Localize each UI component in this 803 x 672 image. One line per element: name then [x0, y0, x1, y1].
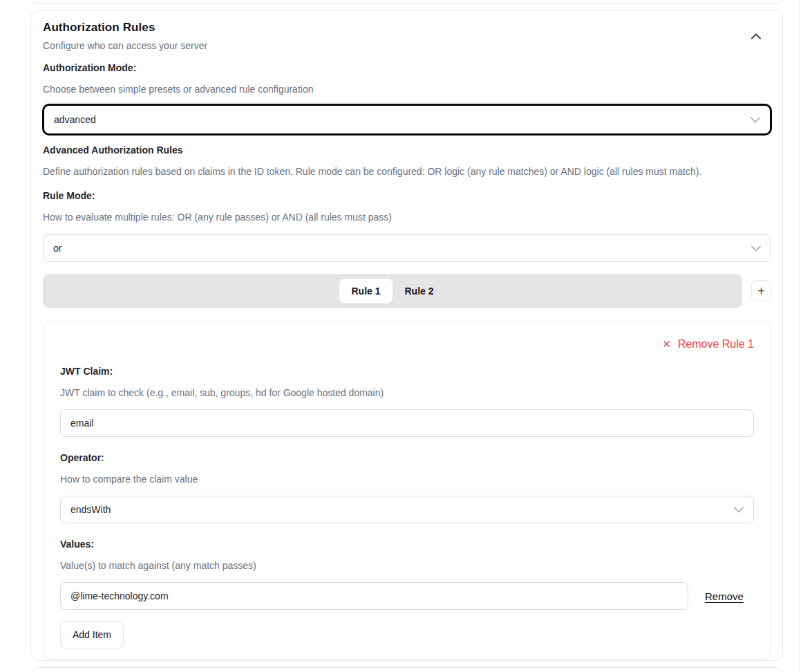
remove-rule-row: ✕ Remove Rule 1: [60, 338, 754, 351]
rule-tab-bar: Rule 1 Rule 2: [43, 274, 742, 308]
authorization-mode-select[interactable]: advanced: [43, 104, 771, 135]
rule-tabs-row: Rule 1 Rule 2 +: [43, 274, 771, 308]
page-title: Authorization Rules: [43, 21, 207, 35]
rule-mode-value: or: [53, 243, 62, 254]
card-header-text: Authorization Rules Configure who can ac…: [43, 21, 207, 51]
rule-mode-select[interactable]: or: [43, 234, 771, 262]
operator-description: How to compare the claim value: [60, 473, 754, 485]
advanced-rules-description: Define authorization rules based on clai…: [43, 165, 771, 178]
remove-value-link[interactable]: Remove: [705, 590, 744, 602]
x-icon: ✕: [662, 338, 671, 351]
authorization-mode-value: advanced: [54, 114, 96, 125]
chevron-up-icon: [751, 31, 761, 41]
jwt-claim-input[interactable]: email: [60, 409, 754, 437]
collapse-section-button[interactable]: [746, 26, 766, 46]
chevron-down-icon: [751, 243, 761, 254]
rule-1-panel: ✕ Remove Rule 1 JWT Claim: JWT claim to …: [43, 321, 771, 660]
tab-rule-2[interactable]: Rule 2: [393, 279, 446, 304]
advanced-rules-label: Advanced Authorization Rules: [43, 144, 771, 156]
authorization-mode-description: Choose between simple presets or advance…: [43, 83, 771, 95]
panel-divider: [799, 0, 800, 672]
remove-rule-button[interactable]: ✕ Remove Rule 1: [662, 338, 754, 351]
remove-rule-label: Remove Rule 1: [678, 338, 754, 351]
jwt-claim-description: JWT claim to check (e.g., email, sub, gr…: [60, 386, 754, 399]
card-above-partial: [30, 0, 783, 4]
authorization-mode-label: Authorization Mode:: [43, 62, 771, 73]
value-item-row: @lime-technology.com Remove: [60, 582, 754, 610]
add-rule-button[interactable]: +: [751, 280, 771, 301]
values-description: Value(s) to match against (any match pas…: [60, 559, 754, 572]
card-header: Authorization Rules Configure who can ac…: [43, 21, 771, 51]
operator-value: endsWith: [70, 504, 111, 515]
page-subtitle: Configure who can access your server: [43, 40, 207, 51]
tab-rule-1[interactable]: Rule 1: [339, 279, 393, 304]
jwt-claim-label: JWT Claim:: [60, 366, 754, 377]
add-item-button[interactable]: Add Item: [60, 621, 124, 648]
operator-select[interactable]: endsWith: [60, 496, 754, 523]
value-text: @lime-technology.com: [70, 590, 169, 601]
card-below-partial: [30, 667, 783, 672]
jwt-claim-value: email: [70, 418, 93, 429]
operator-label: Operator:: [60, 452, 754, 463]
authorization-rules-card: Authorization Rules Configure who can ac…: [30, 10, 783, 661]
rule-mode-description: How to evaluate multiple rules: OR (any …: [43, 211, 771, 223]
value-input[interactable]: @lime-technology.com: [60, 582, 688, 610]
plus-icon: +: [757, 284, 765, 297]
values-label: Values:: [60, 539, 754, 550]
chevron-down-icon: [750, 114, 760, 125]
rule-mode-label: Rule Mode:: [43, 190, 771, 201]
chevron-down-icon: [734, 504, 744, 515]
